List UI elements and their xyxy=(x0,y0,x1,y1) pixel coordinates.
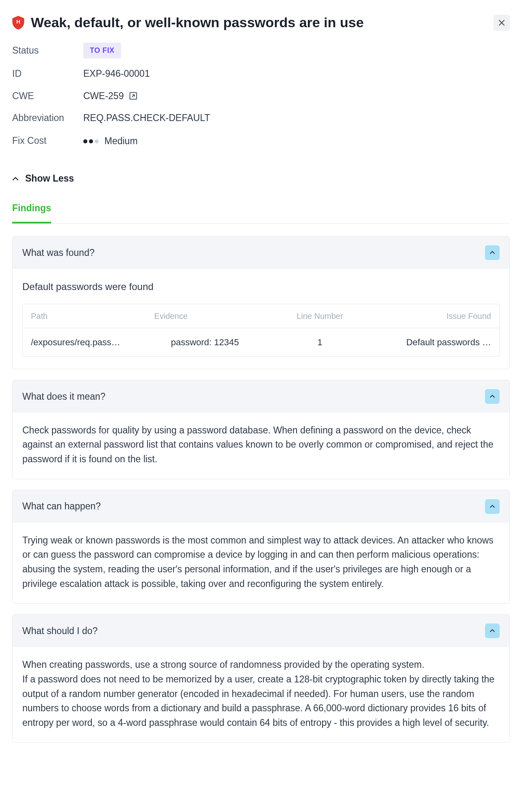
found-heading: Default passwords were found xyxy=(22,279,500,294)
meta-value-status: TO FIX xyxy=(83,43,510,58)
chevron-up-icon xyxy=(12,177,19,181)
fixcost-text: Medium xyxy=(104,134,138,148)
chevron-up-icon xyxy=(490,629,495,632)
td-path: /exposures/req.pass… xyxy=(23,328,146,356)
shield-icon: H xyxy=(12,16,24,30)
accordion-do: What should I do? When creating password… xyxy=(12,614,510,743)
meta-value-id: EXP-946-00001 xyxy=(83,67,510,81)
meta-label-id: ID xyxy=(12,67,83,81)
collapse-button[interactable] xyxy=(485,624,500,638)
accordion-title: What should I do? xyxy=(22,624,97,638)
accordion-title: What was found? xyxy=(22,246,95,260)
accordion-header-mean[interactable]: What does it mean? xyxy=(13,380,509,413)
fixcost-dots xyxy=(83,139,99,143)
meta-value-cwe: CWE-259 xyxy=(83,89,124,103)
close-button[interactable] xyxy=(494,15,510,31)
tabs: Findings xyxy=(12,201,510,224)
chevron-up-icon xyxy=(490,505,495,508)
th-path: Path xyxy=(23,304,146,328)
meta-value-abbreviation: REQ.PASS.CHECK-DEFAULT xyxy=(83,111,510,125)
status-badge: TO FIX xyxy=(83,43,121,58)
table-header: Path Evidence Line Number Issue Found xyxy=(23,304,499,328)
chevron-up-icon xyxy=(490,251,495,254)
meta-label-abbreviation: Abbreviation xyxy=(12,111,83,125)
accordion-body-text: When creating passwords, use a strong so… xyxy=(22,658,500,672)
collapse-button[interactable] xyxy=(485,245,500,260)
chevron-up-icon xyxy=(490,395,495,398)
accordion-title: What does it mean? xyxy=(22,390,106,404)
accordion-header-found[interactable]: What was found? xyxy=(13,236,509,269)
page-title: Weak, default, or well-known passwords a… xyxy=(31,12,364,33)
meta-label-status: Status xyxy=(12,43,83,58)
tab-findings[interactable]: Findings xyxy=(12,201,51,223)
meta-label-cwe: CWE xyxy=(12,89,83,103)
accordion-body-text: If a password does not need to be memori… xyxy=(22,672,500,730)
accordion-title: What can happen? xyxy=(22,499,101,513)
close-icon xyxy=(498,19,505,26)
accordion-found: What was found? Default passwords were f… xyxy=(12,236,510,369)
th-line: Line Number xyxy=(264,304,376,328)
accordion-happen: What can happen? Trying weak or known pa… xyxy=(12,490,510,604)
accordion-mean: What does it mean? Check passwords for q… xyxy=(12,380,510,479)
th-issue: Issue Found xyxy=(376,304,499,328)
external-link-icon[interactable] xyxy=(129,91,138,100)
th-evidence: Evidence xyxy=(146,304,264,328)
td-evidence: password: 12345 xyxy=(146,328,264,356)
table-row[interactable]: /exposures/req.pass… password: 12345 1 D… xyxy=(23,328,499,356)
evidence-table: Path Evidence Line Number Issue Found /e… xyxy=(22,304,500,357)
td-line: 1 xyxy=(264,328,376,356)
accordion-body-text: Check passwords for quality by using a p… xyxy=(22,423,500,467)
svg-text:H: H xyxy=(16,19,20,25)
fixcost-indicator: Medium xyxy=(83,134,138,148)
collapse-button[interactable] xyxy=(485,389,500,404)
collapse-button[interactable] xyxy=(485,499,500,514)
meta-label-fixcost: Fix Cost xyxy=(12,134,83,148)
accordion-header-happen[interactable]: What can happen? xyxy=(13,490,509,523)
accordion-header-do[interactable]: What should I do? xyxy=(13,615,509,647)
accordion-body-text: Trying weak or known passwords is the mo… xyxy=(22,533,500,591)
metadata-grid: Status TO FIX ID EXP-946-00001 CWE CWE-2… xyxy=(12,43,510,148)
td-issue: Default passwords … xyxy=(376,328,499,356)
show-less-toggle[interactable]: Show Less xyxy=(12,173,74,184)
